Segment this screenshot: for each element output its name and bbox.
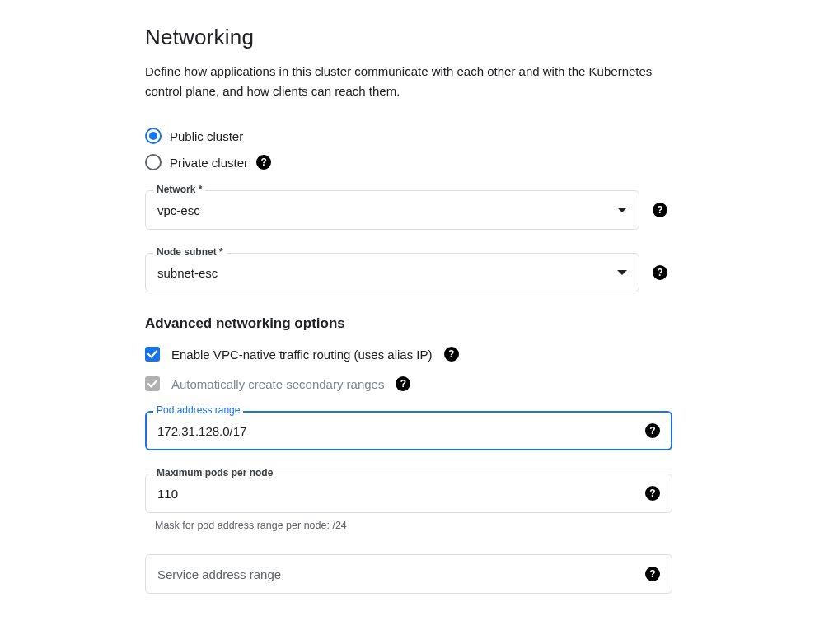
help-icon[interactable]: ? (444, 347, 459, 362)
cluster-type-radio-group: Public cluster Private cluster ? (145, 128, 705, 170)
max-pods-value: 110 (157, 487, 639, 501)
node-subnet-field-label: Node subnet * (153, 246, 227, 258)
caret-down-icon (617, 208, 627, 212)
pod-range-value: 172.31.128.0/17 (157, 424, 639, 438)
node-subnet-select[interactable]: subnet-esc (145, 253, 639, 292)
help-icon[interactable]: ? (645, 423, 660, 438)
caret-down-icon (617, 270, 627, 275)
service-range-placeholder: Service address range (157, 567, 639, 581)
pod-range-input[interactable]: 172.31.128.0/17 ? (145, 411, 672, 450)
vpc-native-checkbox-row[interactable]: Enable VPC-native traffic routing (uses … (145, 347, 705, 362)
radio-selected-icon (145, 128, 162, 144)
public-cluster-label: Public cluster (170, 129, 243, 143)
network-field-label: Network * (153, 184, 205, 195)
network-value: vpc-esc (157, 203, 611, 217)
checkbox-checked-icon (145, 347, 160, 362)
pod-range-field-label: Pod address range (153, 404, 243, 416)
help-icon[interactable]: ? (396, 376, 410, 391)
max-pods-helper: Mask for pod address range per node: /24 (145, 520, 705, 531)
page-description: Define how applications in this cluster … (145, 62, 656, 101)
help-icon[interactable]: ? (645, 486, 660, 501)
private-cluster-label: Private cluster (170, 156, 248, 170)
help-icon[interactable]: ? (653, 265, 667, 280)
max-pods-field-label: Maximum pods per node (153, 467, 276, 478)
advanced-options-title: Advanced networking options (145, 315, 705, 332)
public-cluster-option[interactable]: Public cluster (145, 128, 705, 144)
page-title: Networking (145, 25, 705, 50)
checkbox-checked-disabled-icon (145, 376, 160, 391)
radio-unselected-icon (145, 154, 162, 170)
service-range-input[interactable]: Service address range ? (145, 554, 672, 594)
networking-form: Networking Define how applications in th… (145, 25, 705, 594)
help-icon[interactable]: ? (653, 203, 667, 217)
vpc-native-label: Enable VPC-native traffic routing (uses … (171, 348, 433, 362)
node-subnet-value: subnet-esc (157, 266, 611, 280)
auto-secondary-label: Automatically create secondary ranges (171, 377, 384, 391)
help-icon[interactable]: ? (256, 155, 271, 170)
private-cluster-option[interactable]: Private cluster ? (145, 154, 705, 170)
network-select[interactable]: vpc-esc (145, 190, 639, 230)
auto-secondary-checkbox-row: Automatically create secondary ranges ? (145, 376, 705, 391)
max-pods-input[interactable]: 110 ? (145, 474, 672, 513)
help-icon[interactable]: ? (645, 567, 660, 581)
